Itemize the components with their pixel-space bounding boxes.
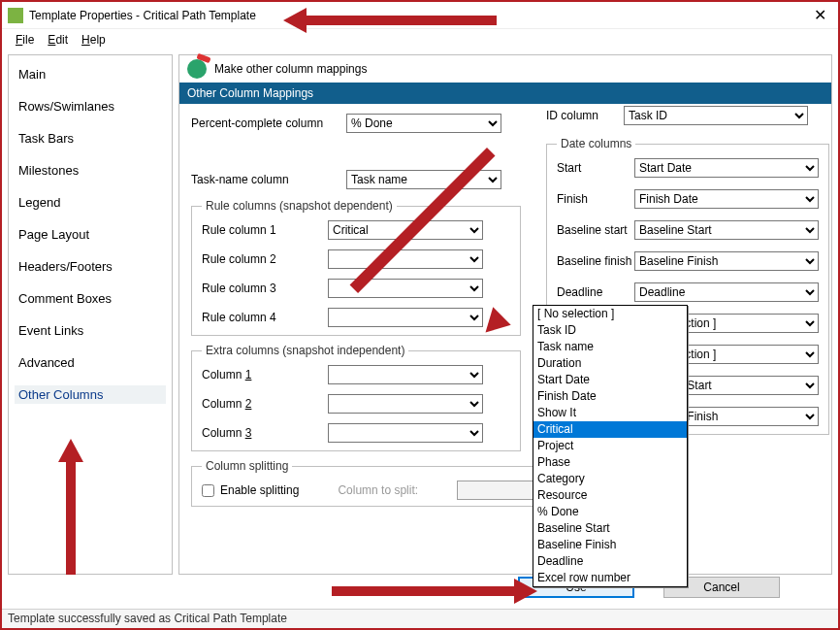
rule2-label: Rule column 2 bbox=[202, 252, 328, 266]
dropdown-option[interactable]: Critical bbox=[533, 421, 687, 438]
mapping-icon bbox=[187, 59, 207, 79]
extra-columns-legend: Extra columns (snapshot independent) bbox=[202, 344, 408, 357]
sidebar-item-milestones[interactable]: Milestones bbox=[15, 161, 166, 180]
dropdown-option[interactable]: Deadline bbox=[533, 553, 687, 570]
rule1-select[interactable]: Critical bbox=[328, 220, 483, 240]
menu-bar: File Edit Help bbox=[2, 29, 838, 50]
finish-select[interactable]: Finish Date bbox=[634, 189, 819, 209]
column-to-split-label: Column to split: bbox=[338, 483, 418, 497]
rule4-label: Rule column 4 bbox=[202, 311, 328, 324]
enable-splitting-check[interactable]: Enable splitting bbox=[202, 483, 299, 497]
percent-complete-select[interactable]: % Done bbox=[346, 114, 501, 133]
sidebar: Main Rows/Swimlanes Task Bars Milestones… bbox=[8, 54, 173, 575]
dropdown-option[interactable]: Baseline Start bbox=[533, 520, 687, 537]
enable-splitting-label: Enable splitting bbox=[220, 483, 299, 497]
status-bar: Template successfully saved as Critical … bbox=[2, 609, 838, 628]
column2-select[interactable] bbox=[328, 394, 483, 414]
dropdown-option[interactable]: % Done bbox=[533, 504, 687, 520]
rule1-label: Rule column 1 bbox=[202, 223, 328, 237]
rule-columns-group: Rule columns (snapshot dependent) Rule c… bbox=[191, 199, 521, 336]
dropdown-option[interactable]: Phase bbox=[533, 454, 687, 471]
column1-label: Column 1 bbox=[202, 368, 328, 381]
baseline-finish-select[interactable]: Baseline Finish bbox=[634, 251, 819, 271]
sidebar-item-rows-swimlanes[interactable]: Rows/Swimlanes bbox=[15, 97, 166, 116]
sidebar-item-headers-footers[interactable]: Headers/Footers bbox=[15, 257, 166, 276]
window-title: Template Properties - Critical Path Temp… bbox=[29, 9, 808, 22]
enable-splitting-checkbox[interactable] bbox=[202, 484, 214, 497]
rule3-select[interactable] bbox=[328, 279, 483, 298]
dropdown-option[interactable]: Category bbox=[533, 471, 687, 487]
column1-select[interactable] bbox=[328, 365, 483, 384]
menu-help[interactable]: Help bbox=[81, 33, 106, 47]
baseline-start-select[interactable]: Baseline Start bbox=[634, 220, 819, 240]
app-icon bbox=[8, 8, 23, 23]
sidebar-item-event-links[interactable]: Event Links bbox=[15, 321, 166, 340]
task-name-label: Task-name column bbox=[191, 173, 346, 186]
dropdown-option[interactable]: Start Date bbox=[533, 372, 687, 388]
start-label: Start bbox=[557, 161, 634, 175]
finish-label: Finish bbox=[557, 192, 634, 206]
task-name-select[interactable]: Task name bbox=[346, 170, 501, 189]
deadline-select[interactable]: Deadline bbox=[634, 282, 819, 302]
column2-label: Column 2 bbox=[202, 397, 328, 411]
id-column-label: ID column bbox=[546, 109, 624, 122]
dropdown-option[interactable]: Baseline Finish bbox=[533, 537, 687, 553]
close-icon[interactable]: ✕ bbox=[808, 6, 832, 24]
dropdown-option[interactable]: Project bbox=[533, 438, 687, 454]
sidebar-item-main[interactable]: Main bbox=[15, 65, 166, 83]
menu-file[interactable]: File bbox=[16, 33, 34, 47]
sidebar-item-task-bars[interactable]: Task Bars bbox=[15, 129, 166, 148]
section-title: Other Column Mappings bbox=[179, 83, 831, 104]
dropdown-option[interactable]: Finish Date bbox=[533, 388, 687, 405]
column3-label: Column 3 bbox=[202, 426, 328, 440]
rule1-dropdown-list[interactable]: [ No selection ]Task IDTask nameDuration… bbox=[533, 305, 688, 587]
column3-select[interactable] bbox=[328, 423, 483, 443]
column-splitting-legend: Column splitting bbox=[202, 459, 292, 473]
panel-subtitle: Make other column mappings bbox=[214, 62, 367, 76]
extra-columns-group: Extra columns (snapshot independent) Col… bbox=[191, 344, 521, 451]
main-panel: Make other column mappings Other Column … bbox=[178, 54, 832, 575]
deadline-label: Deadline bbox=[557, 285, 634, 299]
start-select[interactable]: Start Date bbox=[634, 158, 819, 178]
dropdown-option[interactable]: Task ID bbox=[533, 322, 687, 339]
rule3-label: Rule column 3 bbox=[202, 282, 328, 295]
rule-columns-legend: Rule columns (snapshot dependent) bbox=[202, 199, 397, 213]
rule4-select[interactable] bbox=[328, 308, 483, 327]
sidebar-item-other-columns[interactable]: Other Columns bbox=[15, 385, 166, 404]
menu-edit[interactable]: Edit bbox=[48, 33, 68, 47]
dropdown-option[interactable]: Excel row number bbox=[533, 570, 687, 586]
date-columns-legend: Date columns bbox=[557, 137, 635, 150]
sidebar-item-advanced[interactable]: Advanced bbox=[15, 353, 166, 372]
sidebar-item-legend[interactable]: Legend bbox=[15, 193, 166, 212]
id-column-select[interactable]: Task ID bbox=[624, 106, 808, 125]
dropdown-option[interactable]: Resource bbox=[533, 487, 687, 504]
rule2-select[interactable] bbox=[328, 249, 483, 269]
sidebar-item-page-layout[interactable]: Page Layout bbox=[15, 225, 166, 244]
baseline-start-label: Baseline start bbox=[557, 223, 634, 237]
baseline-finish-label: Baseline finish bbox=[557, 254, 634, 268]
percent-complete-label: Percent-complete column bbox=[191, 116, 346, 130]
dropdown-option[interactable]: [ No selection ] bbox=[533, 306, 687, 322]
dropdown-option[interactable]: Task name bbox=[533, 339, 687, 355]
sidebar-item-comment-boxes[interactable]: Comment Boxes bbox=[15, 289, 166, 308]
dropdown-option[interactable]: Show It bbox=[533, 405, 687, 421]
dropdown-option[interactable]: Duration bbox=[533, 355, 687, 372]
